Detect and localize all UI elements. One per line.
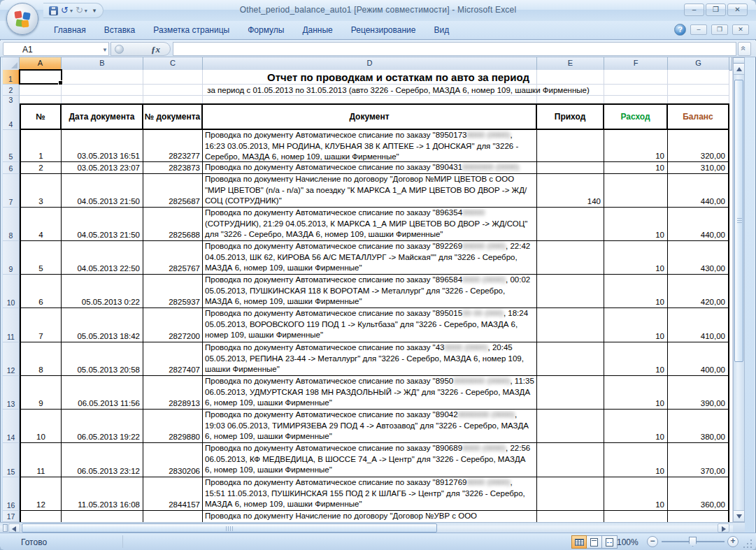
row-header[interactable]: 14 [3, 410, 20, 443]
cell-balance[interactable]: 380,00 [668, 410, 729, 443]
cell-income[interactable] [537, 376, 604, 410]
cell-date[interactable] [62, 511, 143, 522]
cell-num[interactable]: 1 [20, 130, 62, 162]
horizontal-scroll-thumb[interactable] [22, 523, 437, 533]
page-layout-view-button[interactable] [587, 535, 602, 549]
cell-num[interactable]: 4 [20, 208, 62, 241]
cell-document[interactable]: Проводка по документу Автоматическое спи… [203, 275, 537, 308]
cell-balance[interactable] [668, 511, 729, 522]
cell[interactable] [203, 85, 537, 96]
tab-page-layout[interactable]: Разметка страницы [144, 21, 238, 40]
row-header[interactable]: 5 [3, 130, 20, 162]
cell-income[interactable] [537, 275, 604, 308]
cell[interactable] [537, 70, 604, 85]
cell-num[interactable]: 9 [20, 376, 62, 410]
header-income[interactable]: Приход [537, 103, 604, 130]
cell-date[interactable]: 04.05.2013 21:50 [62, 174, 143, 208]
office-button[interactable] [6, 3, 38, 35]
cell-income[interactable] [537, 208, 604, 241]
row-header[interactable]: 7 [3, 174, 20, 208]
column-header-f[interactable]: F [604, 57, 668, 71]
column-header-b[interactable]: B [62, 57, 143, 71]
redo-dropdown-icon[interactable]: ▾ [85, 8, 87, 14]
cell-expense[interactable]: 10 [604, 443, 668, 477]
normal-view-button[interactable] [571, 535, 587, 549]
cell[interactable] [604, 85, 668, 96]
cell-date[interactable]: 06.05.2013 11:56 [62, 376, 143, 410]
cell-expense[interactable]: 10 [604, 342, 668, 376]
cell-expense[interactable]: 10 [604, 477, 668, 511]
cell-date[interactable]: 06.05.2013 19:22 [62, 410, 143, 443]
cell-expense[interactable] [604, 511, 668, 522]
row-header[interactable]: 6 [3, 162, 20, 174]
cell-date[interactable]: 03.05.2013 23:07 [62, 162, 143, 174]
zoom-in-button[interactable]: + [727, 536, 739, 547]
minimize-button[interactable]: – [684, 3, 704, 16]
zoom-out-button[interactable]: − [647, 536, 658, 547]
scroll-down-button[interactable] [734, 510, 744, 521]
cell-date[interactable]: 05.05.2013 18:42 [62, 308, 143, 342]
help-icon[interactable]: ? [674, 24, 686, 36]
cell-expense[interactable] [604, 174, 668, 208]
tab-formulas[interactable]: Формулы [238, 21, 293, 40]
cell-income[interactable] [537, 130, 604, 162]
cell-document[interactable]: Проводка по документу Автоматическое спи… [203, 241, 537, 275]
row-header[interactable]: 1 [3, 70, 20, 85]
scroll-right-button[interactable] [718, 523, 729, 533]
cell-income[interactable] [537, 162, 604, 174]
resize-grip[interactable] [743, 539, 753, 549]
row-header[interactable]: 4 [3, 103, 20, 130]
cell-income[interactable] [537, 241, 604, 275]
cell-balance[interactable]: 420,00 [668, 275, 729, 308]
cell-docnum[interactable] [143, 511, 203, 522]
active-cell-selection[interactable] [19, 69, 62, 85]
row-header[interactable]: 9 [3, 241, 20, 275]
cell-num[interactable] [20, 511, 62, 522]
cell-docnum[interactable]: 2827407 [143, 342, 203, 376]
zoom-level[interactable]: 100% [617, 537, 639, 547]
cell-balance[interactable]: 430,00 [668, 241, 729, 275]
undo-icon[interactable]: ↺ [61, 6, 69, 15]
cell[interactable] [203, 70, 537, 85]
cell[interactable] [143, 70, 203, 85]
column-header-e[interactable]: E [537, 57, 604, 71]
cell-document[interactable]: Проводка по документу Автоматическое спи… [203, 162, 537, 174]
redo-icon[interactable]: ↻ [76, 6, 83, 15]
cell-docnum[interactable]: 2827200 [143, 308, 203, 342]
insert-function-button[interactable]: ƒx [110, 42, 171, 56]
cell-expense[interactable]: 10 [604, 410, 668, 443]
header-doc[interactable]: Документ [203, 103, 537, 130]
cell[interactable] [604, 70, 668, 85]
undo-dropdown-icon[interactable]: ▾ [70, 8, 73, 14]
vertical-split-handle[interactable] [734, 58, 744, 64]
cell[interactable] [668, 85, 729, 96]
row-header[interactable]: 13 [3, 376, 20, 410]
cell-balance[interactable]: 440,00 [668, 174, 729, 208]
row-header[interactable]: 12 [3, 342, 20, 376]
scroll-left-button[interactable] [8, 523, 20, 533]
cell-expense[interactable]: 10 [604, 275, 668, 308]
cell[interactable] [20, 85, 62, 96]
cell-expense[interactable]: 10 [604, 308, 668, 342]
header-num[interactable]: № [20, 103, 62, 130]
cell-expense[interactable]: 10 [604, 130, 668, 162]
cell-expense[interactable]: 10 [604, 241, 668, 275]
cell-income[interactable] [537, 511, 604, 522]
cell-date[interactable]: 05.05.2013 0:22 [62, 275, 143, 308]
cell-income[interactable] [537, 342, 604, 376]
cell-document[interactable]: Проводка по документу Автоматическое спи… [203, 477, 537, 511]
scroll-up-button[interactable] [734, 64, 744, 75]
cell-document[interactable]: Проводка по документу Автоматическое спи… [203, 308, 537, 342]
vertical-scroll-thumb[interactable] [734, 80, 743, 362]
name-box-dropdown-icon[interactable]: ▼ [102, 47, 108, 53]
cell-balance[interactable]: 440,00 [668, 208, 729, 241]
page-break-view-button[interactable] [602, 535, 618, 549]
zoom-slider-handle[interactable] [689, 537, 697, 547]
cell-balance[interactable]: 320,00 [668, 130, 729, 162]
cell[interactable] [668, 70, 729, 85]
row-header[interactable]: 15 [3, 443, 20, 477]
header-balance[interactable]: Баланс [668, 103, 729, 130]
row-header[interactable]: 8 [3, 208, 20, 241]
cell-balance[interactable]: 360,00 [668, 477, 729, 511]
header-expense[interactable]: Расход [604, 103, 668, 130]
